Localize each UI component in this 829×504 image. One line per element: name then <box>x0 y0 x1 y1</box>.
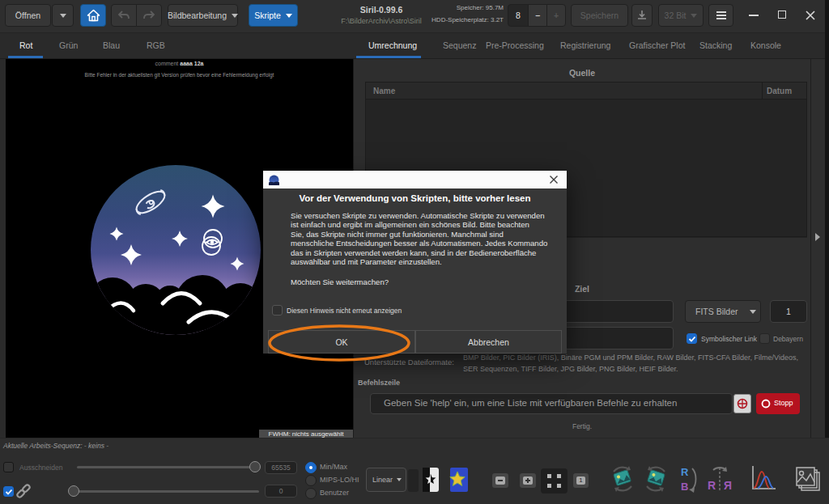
svg-text:B: B <box>681 481 688 493</box>
svg-text:R: R <box>681 466 689 478</box>
svg-text:R: R <box>708 479 716 492</box>
svg-text:R: R <box>724 479 732 492</box>
